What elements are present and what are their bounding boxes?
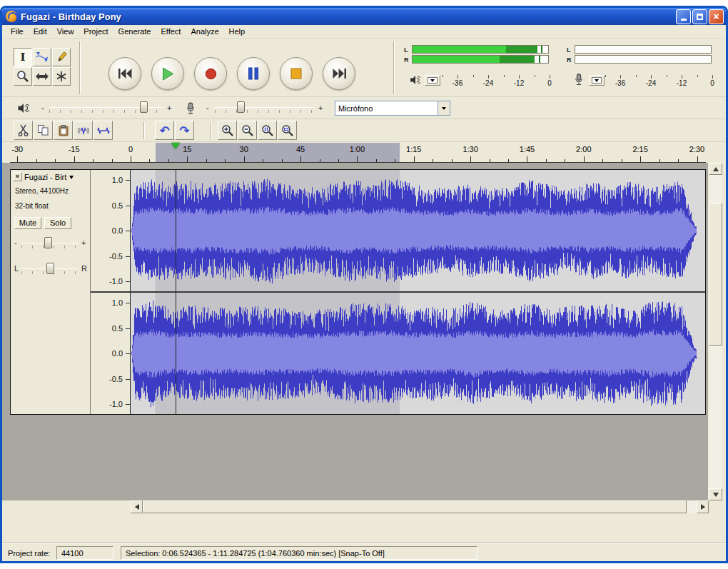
solo-button[interactable]: Solo	[44, 217, 71, 229]
track-title-menu[interactable]: Fugazi - Birt	[24, 172, 89, 182]
timeshift-tool-button[interactable]	[33, 67, 51, 86]
meter-scale-tick	[550, 75, 550, 79]
horizontal-scroll-thumb[interactable]	[143, 500, 687, 513]
ruler-tick	[508, 159, 509, 162]
close-button[interactable]: ×	[709, 9, 724, 24]
pan-thumb[interactable]	[46, 263, 54, 274]
meter-scale-tick	[605, 75, 606, 77]
record-button[interactable]	[194, 57, 227, 90]
meter-hold-line	[539, 56, 540, 63]
vertical-scroll-thumb[interactable]	[709, 203, 722, 346]
scroll-right-button[interactable]	[697, 500, 709, 513]
ruler-tick	[395, 159, 395, 162]
gain-slider[interactable]	[21, 237, 79, 250]
ruler-tick	[490, 159, 490, 162]
chevron-down-icon	[69, 176, 74, 179]
scroll-down-button[interactable]	[709, 488, 722, 500]
copy-button[interactable]	[34, 121, 53, 140]
menu-file[interactable]: File	[6, 26, 29, 37]
output-meter-scale: -36-24-120	[412, 75, 549, 89]
input-meter-bar-l[interactable]	[575, 45, 712, 54]
maximize-button[interactable]	[692, 9, 707, 24]
pan-slider[interactable]	[21, 263, 79, 276]
stop-button[interactable]	[280, 57, 313, 90]
input-meter[interactable]: L R -36-24-120	[565, 44, 724, 95]
meter-rms-segment	[413, 46, 506, 53]
zoom-in-button[interactable]	[218, 121, 237, 140]
ruler-tick	[622, 159, 622, 162]
trim-button[interactable]	[74, 121, 93, 140]
fit-selection-button[interactable]	[258, 121, 277, 140]
minimize-button[interactable]	[676, 9, 691, 24]
meter-scale-tick	[667, 75, 667, 77]
menu-help[interactable]: Help	[224, 26, 251, 37]
magnifier-icon	[16, 70, 29, 83]
output-volume-slider[interactable]	[49, 101, 163, 114]
ruler-tick	[414, 156, 415, 162]
pause-button[interactable]	[237, 57, 270, 90]
track-close-button[interactable]: ×	[13, 172, 22, 181]
menu-analyze[interactable]: Analyze	[186, 26, 223, 37]
window-title: Fugazi - Birthday Pony	[17, 11, 674, 22]
zoom-out-button[interactable]	[238, 121, 257, 140]
meter-scale--36: -36	[453, 79, 462, 87]
zoom-tool-button[interactable]	[14, 67, 32, 86]
meter-hold-line	[541, 46, 542, 53]
envelope-icon	[36, 51, 49, 64]
skip-end-icon	[333, 69, 346, 79]
project-rate-label: Project rate:	[8, 549, 50, 558]
gain-thumb[interactable]	[44, 237, 52, 248]
scroll-up-button[interactable]	[709, 163, 722, 175]
mixer-toolbar: - + - + Micrófono	[2, 97, 726, 119]
waveform-display[interactable]	[131, 170, 705, 414]
output-volume-min-label: -	[41, 104, 44, 112]
output-meter[interactable]: L R -36-24-120	[402, 44, 562, 95]
input-volume-thumb[interactable]	[237, 101, 245, 113]
meter-scale--24: -24	[646, 79, 656, 87]
meter-rms-segment	[413, 56, 500, 63]
selection-tool-button[interactable]: I	[14, 48, 32, 66]
playhead-indicator	[171, 143, 180, 149]
undo-button[interactable]: ↶	[155, 121, 174, 140]
mute-button[interactable]: Mute	[14, 217, 41, 229]
track-bitdepth-info: 32-bit float	[15, 202, 49, 210]
amp-label-ch1: 0.5	[112, 324, 123, 333]
menu-effect[interactable]: Effect	[156, 26, 186, 37]
play-button[interactable]	[151, 57, 184, 90]
input-volume-slider[interactable]	[215, 101, 315, 114]
meter-scale-tick	[535, 75, 535, 77]
ruler-tick	[433, 159, 433, 162]
play-icon	[162, 67, 174, 81]
amplitude-ruler[interactable]: 1.00.50.0-0.5-1.01.00.50.0-0.5-1.0	[91, 170, 131, 414]
amp-tick	[126, 303, 130, 303]
output-volume-thumb[interactable]	[140, 101, 148, 113]
scroll-left-button[interactable]	[131, 500, 143, 513]
title-bar[interactable]: Fugazi - Birthday Pony ×	[2, 8, 726, 25]
input-meter-bar-r[interactable]	[575, 55, 712, 64]
skip-to-start-button[interactable]	[108, 57, 141, 90]
skip-to-end-button[interactable]	[323, 57, 355, 90]
envelope-tool-button[interactable]	[33, 48, 51, 66]
output-meter-bar-l[interactable]	[412, 45, 549, 54]
menu-generate[interactable]: Generate	[113, 26, 156, 37]
silence-button[interactable]	[93, 121, 113, 140]
ruler-tick	[697, 156, 698, 162]
combo-dropdown-button[interactable]	[438, 101, 450, 115]
meter-scale-0: 0	[547, 79, 552, 87]
draw-tool-button[interactable]	[52, 48, 71, 66]
menu-edit[interactable]: Edit	[29, 26, 52, 37]
vertical-scrollbar[interactable]	[709, 163, 722, 500]
fit-project-button[interactable]	[278, 121, 297, 140]
meter-scale--12: -12	[514, 79, 524, 87]
horizontal-scrollbar[interactable]	[131, 500, 709, 513]
timeline-ruler[interactable]: -30-1501530451:001:151:301:452:002:152:3…	[10, 142, 706, 163]
input-source-select[interactable]: Micrófono	[335, 101, 450, 116]
menu-project[interactable]: Project	[79, 26, 113, 37]
cut-button[interactable]	[14, 121, 33, 140]
multi-tool-button[interactable]	[52, 67, 71, 86]
menu-view[interactable]: View	[52, 26, 79, 37]
redo-button[interactable]: ↷	[175, 121, 194, 140]
amp-label-ch0: 1.0	[112, 176, 123, 184]
paste-button[interactable]	[54, 121, 73, 140]
output-meter-bar-r[interactable]	[412, 55, 549, 64]
